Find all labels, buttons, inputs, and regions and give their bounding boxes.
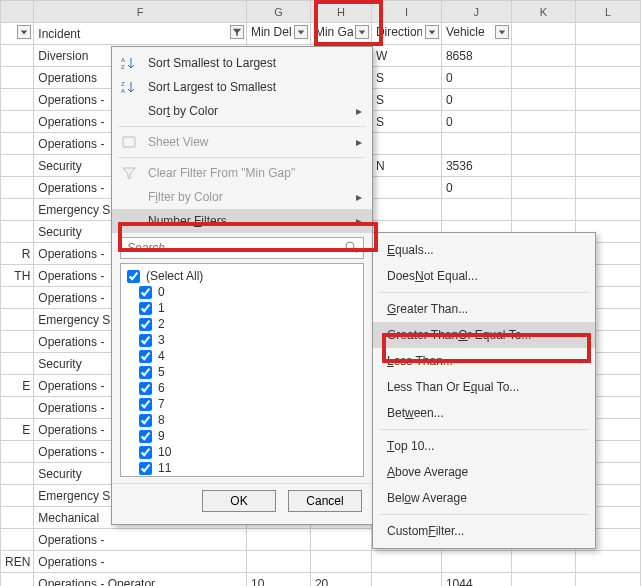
cell[interactable] (1, 573, 34, 587)
cell[interactable] (371, 199, 441, 221)
cell[interactable]: N (371, 155, 441, 177)
filter-item[interactable]: 10 (125, 444, 359, 460)
menu-number-filters[interactable]: Number Filters (112, 209, 372, 233)
cell[interactable] (371, 551, 441, 573)
cell[interactable]: W (371, 45, 441, 67)
cell[interactable] (1, 67, 34, 89)
cell[interactable]: E (1, 419, 34, 441)
filter-item[interactable]: 8 (125, 412, 359, 428)
cell[interactable] (246, 551, 310, 573)
cell[interactable] (371, 177, 441, 199)
header-min-gap[interactable]: Min Gap (310, 23, 371, 45)
ok-button[interactable]: OK (202, 490, 276, 512)
filter-values-list[interactable]: (Select All) 0123456789101112 (120, 263, 364, 477)
menu-sort-desc[interactable]: ZA Sort Largest to Smallest (112, 75, 372, 99)
filter-button-vehicle[interactable] (495, 25, 509, 39)
cell[interactable]: 1044 (441, 573, 511, 587)
cell[interactable] (371, 573, 441, 587)
filter-button-incident[interactable] (230, 25, 244, 39)
cell[interactable] (441, 133, 511, 155)
submenu-top10[interactable]: Top 10... (373, 433, 595, 459)
col-letter-j[interactable]: J (441, 1, 511, 23)
cell[interactable] (576, 45, 641, 67)
cell[interactable]: 20 (310, 573, 371, 587)
filter-item[interactable]: 4 (125, 348, 359, 364)
cell[interactable] (371, 133, 441, 155)
table-row[interactable]: Operations - Operator10201044 (1, 573, 641, 587)
filter-item[interactable]: 1 (125, 300, 359, 316)
cell[interactable]: Operations - Operator (34, 573, 247, 587)
checkbox[interactable] (139, 334, 152, 347)
cell[interactable]: 0 (441, 111, 511, 133)
cell[interactable]: S (371, 89, 441, 111)
cell[interactable] (511, 133, 576, 155)
checkbox[interactable] (139, 462, 152, 475)
filter-button-min-delay[interactable] (294, 25, 308, 39)
cell[interactable] (576, 67, 641, 89)
cell[interactable]: 10 (246, 573, 310, 587)
cell[interactable] (511, 67, 576, 89)
cell[interactable] (1, 45, 34, 67)
cell[interactable] (246, 529, 310, 551)
cell[interactable] (1, 397, 34, 419)
cell[interactable] (441, 551, 511, 573)
cell[interactable] (1, 89, 34, 111)
filter-search-input[interactable] (120, 237, 364, 259)
cell[interactable]: Operations - (34, 529, 247, 551)
header-vehicle[interactable]: Vehicle (441, 23, 511, 45)
menu-sort-by-color[interactable]: Sort by Color (112, 99, 372, 123)
cell[interactable] (1, 441, 34, 463)
cell[interactable] (1, 287, 34, 309)
cell[interactable] (576, 155, 641, 177)
cell[interactable] (441, 199, 511, 221)
col-letter-g[interactable]: G (246, 1, 310, 23)
cell[interactable]: TH (1, 265, 34, 287)
cell[interactable]: E (1, 375, 34, 397)
cell[interactable] (1, 199, 34, 221)
submenu-less-than[interactable]: Less Than... (373, 348, 595, 374)
col-letter-k[interactable]: K (511, 1, 576, 23)
cell[interactable] (511, 551, 576, 573)
cell-l-header[interactable] (576, 23, 641, 45)
col-letter-h[interactable]: H (310, 1, 371, 23)
submenu-below-avg[interactable]: Below Average (373, 485, 595, 511)
col-letter-f[interactable]: F (34, 1, 247, 23)
checkbox[interactable] (139, 414, 152, 427)
cell[interactable] (511, 89, 576, 111)
cell[interactable] (576, 199, 641, 221)
cell[interactable]: Operations - (34, 551, 247, 573)
checkbox[interactable] (139, 350, 152, 363)
cell[interactable] (576, 177, 641, 199)
checkbox-select-all[interactable] (127, 270, 140, 283)
cell[interactable] (1, 463, 34, 485)
cell[interactable] (1, 221, 34, 243)
checkbox[interactable] (139, 382, 152, 395)
cell[interactable] (1, 309, 34, 331)
checkbox[interactable] (139, 286, 152, 299)
submenu-lte[interactable]: Less Than Or Equal To... (373, 374, 595, 400)
checkbox[interactable] (139, 302, 152, 315)
cell[interactable] (511, 177, 576, 199)
checkbox[interactable] (139, 430, 152, 443)
cell[interactable] (576, 89, 641, 111)
submenu-gte[interactable]: Greater Than Or Equal To... (373, 322, 595, 348)
cell[interactable]: 0 (441, 89, 511, 111)
cell[interactable] (511, 155, 576, 177)
cell[interactable] (1, 507, 34, 529)
cell[interactable] (1, 133, 34, 155)
submenu-not-equal[interactable]: Does Not Equal... (373, 263, 595, 289)
cell[interactable]: REN (1, 551, 34, 573)
filter-item[interactable]: 3 (125, 332, 359, 348)
cell[interactable] (1, 529, 34, 551)
cell[interactable] (511, 45, 576, 67)
cell[interactable]: 8658 (441, 45, 511, 67)
cell[interactable] (310, 529, 371, 551)
header-prev[interactable] (1, 23, 34, 45)
cancel-button[interactable]: Cancel (288, 490, 362, 512)
cell[interactable] (511, 199, 576, 221)
cell[interactable] (576, 133, 641, 155)
checkbox[interactable] (139, 318, 152, 331)
col-letter-l[interactable]: L (576, 1, 641, 23)
checkbox[interactable] (139, 366, 152, 379)
header-incident[interactable]: Incident (34, 23, 247, 45)
